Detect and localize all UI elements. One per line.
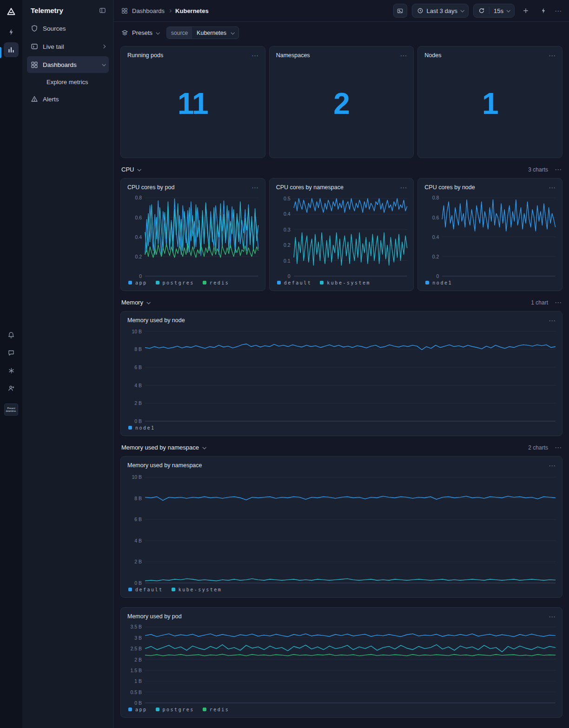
chevron-right-icon: [102, 45, 106, 48]
legend-swatch: [203, 281, 206, 285]
presets-dropdown[interactable]: Presets: [121, 29, 159, 36]
legend-item[interactable]: node1: [425, 280, 452, 285]
card-menu-button[interactable]: [400, 52, 407, 59]
plot-area[interactable]: [145, 194, 258, 276]
legend-item[interactable]: default: [128, 587, 163, 592]
y-tick-label: 0.8: [432, 195, 439, 200]
legend-item[interactable]: redis: [203, 280, 230, 285]
legend-label: kube-system: [327, 280, 371, 285]
invite-user-icon[interactable]: [4, 381, 19, 396]
dashboards-grid-icon: [31, 61, 38, 68]
y-tick-label: 8 B: [134, 346, 142, 352]
section-title[interactable]: Memory used by namespace: [121, 444, 199, 451]
legend-label: app: [135, 280, 147, 285]
refresh-control[interactable]: 15s: [473, 4, 515, 18]
sidebar-item-explore-metrics[interactable]: Explore metrics: [27, 74, 109, 89]
collapse-sidebar-button[interactable]: [99, 7, 106, 14]
chart-card-memory-by-pod: Memory used by pod 0 B0.5 B1 B1.5 B2 B2.…: [120, 607, 562, 718]
y-tick-label: 0.8: [135, 195, 142, 200]
card-menu-button[interactable]: [549, 184, 556, 191]
time-range-picker[interactable]: Last 3 days: [412, 4, 469, 18]
legend-label: redis: [210, 707, 230, 712]
card-menu-button[interactable]: [549, 462, 556, 469]
card-menu-button[interactable]: [549, 317, 556, 324]
sidebar-item-dashboards[interactable]: Dashboards: [27, 56, 109, 73]
card-menu-button[interactable]: [400, 184, 407, 191]
plot-area[interactable]: [145, 327, 556, 421]
flash-icon[interactable]: [4, 25, 19, 40]
memory-by-node-chart[interactable]: 0 B2 B4 B6 B8 B10 B: [127, 327, 556, 421]
plot-area[interactable]: [294, 194, 407, 276]
breadcrumb-root[interactable]: Dashboards: [132, 7, 165, 14]
card-menu-button[interactable]: [251, 52, 258, 59]
promo-badge[interactable]: Prevent downtime.: [4, 404, 18, 416]
sidebar-title: Telemetry: [31, 7, 63, 14]
y-tick-label: 10 B: [132, 329, 142, 334]
divider: [489, 7, 490, 14]
y-tick-label: 0.4: [284, 211, 291, 217]
cpu-by-namespace-chart[interactable]: 00.10.20.30.40.5: [276, 194, 407, 276]
section-menu-button[interactable]: [555, 444, 562, 451]
telemetry-icon[interactable]: [4, 42, 19, 57]
feedback-chat-icon[interactable]: [4, 345, 19, 360]
y-tick-label: 2 B: [134, 559, 142, 564]
legend-swatch: [425, 281, 429, 285]
card-menu-button[interactable]: [549, 52, 556, 59]
sidebar-item-label: Live tail: [43, 43, 98, 50]
section-title[interactable]: CPU: [121, 166, 134, 173]
plot-area[interactable]: [442, 194, 556, 276]
cpu-by-node-chart[interactable]: 00.20.40.60.8: [424, 194, 556, 276]
legend-item[interactable]: node1: [128, 425, 155, 430]
y-tick-label: 0.2: [284, 242, 291, 248]
section-title[interactable]: Memory: [121, 299, 143, 306]
stat-value: 11: [127, 59, 258, 152]
main-area: Dashboards Kubernetes Last 3 days: [114, 0, 569, 728]
legend-swatch: [128, 426, 132, 430]
stat-card-namespaces: Namespaces 2: [269, 46, 414, 158]
series-line-app: [145, 634, 556, 636]
card-menu-button[interactable]: [251, 184, 258, 191]
memory-by-namespace-chart[interactable]: 0 B2 B4 B6 B8 B10 B: [127, 472, 556, 583]
legend-item[interactable]: app: [128, 280, 147, 285]
source-filter-chip[interactable]: source Kubernetes: [166, 26, 239, 39]
y-tick-label: 0.2: [135, 254, 142, 259]
section-menu-button[interactable]: [555, 299, 562, 306]
sidebar-item-live-tail[interactable]: Live tail: [27, 38, 109, 55]
y-tick-label: 6 B: [134, 516, 142, 522]
notifications-bell-icon[interactable]: [4, 328, 19, 343]
section-menu-button[interactable]: [555, 166, 562, 173]
cpu-by-pod-chart[interactable]: 00.20.40.60.8: [127, 194, 258, 276]
series-line-kube-system: [294, 232, 407, 265]
plot-area[interactable]: [145, 472, 556, 583]
plot-area[interactable]: [145, 623, 556, 703]
topbar: Dashboards Kubernetes Last 3 days: [114, 0, 569, 22]
chevron-right-icon: [168, 9, 172, 12]
memory-by-pod-chart[interactable]: 0 B0.5 B1 B1.5 B2 B2.5 B3 B3.5 B: [127, 623, 556, 703]
chevron-down-icon[interactable]: [202, 445, 206, 449]
card-menu-button[interactable]: [549, 613, 556, 620]
sidebar-item-alerts[interactable]: Alerts: [27, 91, 109, 107]
app-logo-icon[interactable]: [4, 5, 18, 19]
legend-item[interactable]: kube-system: [172, 587, 222, 592]
chevron-down-icon[interactable]: [146, 300, 150, 304]
y-tick-label: 6 B: [134, 364, 142, 370]
legend-item[interactable]: redis: [203, 707, 230, 712]
stat-title: Nodes: [424, 52, 441, 59]
chevron-down-icon[interactable]: [138, 167, 141, 171]
legend-item[interactable]: default: [277, 280, 312, 285]
section-memory-by-namespace: Memory used by namespace 2 charts: [121, 444, 562, 451]
sidebar-item-sources[interactable]: Sources: [27, 20, 109, 37]
chart-title: CPU cores by namespace: [276, 184, 344, 191]
legend-item[interactable]: postgres: [156, 280, 194, 285]
legend-item[interactable]: postgres: [156, 707, 194, 712]
chart-legend: node1: [127, 424, 556, 432]
sparkle-icon[interactable]: [4, 363, 19, 378]
bolt-icon[interactable]: [537, 4, 550, 17]
chevron-down-icon: [156, 31, 160, 34]
series-line-kube-system: [145, 579, 556, 581]
topbar-menu-button[interactable]: [555, 7, 562, 14]
legend-item[interactable]: app: [128, 707, 147, 712]
panel-view-button[interactable]: [393, 4, 407, 18]
add-button[interactable]: [519, 4, 532, 17]
legend-item[interactable]: kube-system: [320, 280, 371, 285]
